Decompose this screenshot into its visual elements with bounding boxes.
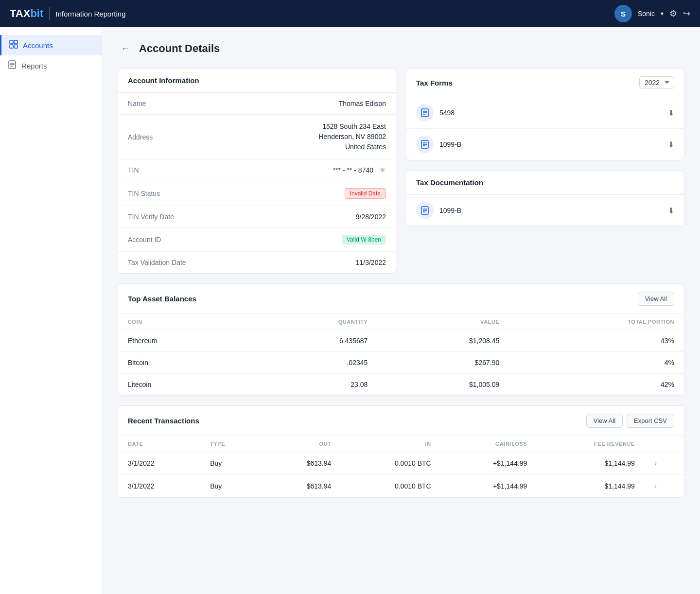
main-content: ← Account Details Account Information Na… (102, 27, 700, 594)
transactions-title: Recent Transactions (128, 417, 199, 425)
name-value: Thomas Edison (339, 100, 386, 107)
trans-date-1: 3/1/2022 (118, 452, 200, 475)
back-button[interactable]: ← (118, 41, 133, 56)
trans-out-2: $613.94 (262, 475, 341, 498)
sidebar: Accounts Reports (0, 27, 102, 594)
download-5498-icon[interactable]: ⬇ (668, 108, 674, 118)
svg-rect-0 (10, 40, 13, 44)
tin-verify-date-row: TIN Verify Date 9/28/2022 (118, 206, 396, 228)
svg-rect-3 (14, 45, 18, 48)
eye-icon[interactable]: 👁 (379, 166, 386, 174)
asset-portion-ethereum: 43% (509, 330, 684, 352)
avatar: S (614, 5, 632, 22)
account-tin-row: TIN *** - ** - 8740 👁 (118, 159, 396, 181)
account-id-row: Account ID Valid W-8ben (118, 228, 396, 252)
page-title: Account Details (139, 42, 220, 55)
tax-forms-header: Tax Forms 2022 2021 2020 (406, 69, 684, 97)
year-select[interactable]: 2022 2021 2020 (639, 76, 674, 89)
asset-balances-table: Coin Quantity Value Total Portion Ethere… (118, 314, 684, 395)
recent-transactions-card: Recent Transactions View All Export CSV … (118, 405, 684, 498)
asset-balances-card: Top Asset Balances View All Coin Quantit… (118, 283, 684, 396)
reports-icon (8, 60, 17, 71)
trans-type-2: Buy (200, 475, 262, 498)
col-coin: Coin (118, 314, 248, 330)
col-value: Value (377, 314, 509, 330)
trans-out-1: $613.94 (262, 452, 341, 475)
nav-divider (49, 7, 50, 20)
page-header: ← Account Details (118, 41, 684, 56)
col-out: Out (262, 436, 341, 452)
nav-title: Information Reporting (55, 10, 125, 18)
asset-row-bitcoin: Bitcoin .02345 $267.90 4% (118, 352, 684, 374)
accounts-icon (9, 40, 18, 51)
tax-documentation-title: Tax Documentation (416, 178, 483, 187)
trans-row-1: 3/1/2022 Buy $613.94 0.0010 BTC +$1,144.… (118, 452, 684, 475)
transactions-table: Date Type Out In Gain/Loss Fee Revenue 3… (118, 436, 684, 497)
trans-in-2: 0.0010 BTC (341, 475, 440, 498)
tin-verify-date-value: 9/28/2022 (356, 213, 386, 221)
trans-chevron-1[interactable]: › (654, 459, 657, 467)
tin-value: *** - ** - 8740 (333, 166, 373, 174)
tin-status-label: TIN Status (128, 190, 160, 197)
asset-portion-bitcoin: 4% (509, 352, 684, 374)
asset-coin-litecoin: Litecoin (118, 374, 248, 396)
tax-form-5498-left: 5498 (416, 104, 455, 122)
col-date: Date (118, 436, 200, 452)
trans-fee-1: $1,144.99 (537, 452, 644, 475)
col-total-portion: Total Portion (509, 314, 684, 330)
download-1099b-doc-icon[interactable]: ⬇ (668, 206, 674, 215)
trans-date-2: 3/1/2022 (118, 475, 200, 498)
col-type: Type (200, 436, 262, 452)
tax-form-1099b-forms-left: 1099-B (416, 136, 461, 153)
account-name-row: Name Thomas Edison (118, 93, 396, 115)
account-address-row: Address 1528 South 234 EastHenderson, NV… (118, 115, 396, 159)
form-5498-name: 5498 (439, 109, 455, 117)
transactions-header: Recent Transactions View All Export CSV (118, 406, 684, 436)
address-label: Address (128, 133, 153, 141)
tax-form-1099b-forms: 1099-B ⬇ (406, 129, 684, 160)
asset-balances-title: Top Asset Balances (128, 295, 196, 303)
sidebar-reports-label: Reports (21, 62, 47, 70)
tax-documentation-card: Tax Documentation (406, 170, 684, 227)
settings-icon[interactable]: ⚙ (669, 8, 677, 19)
sidebar-accounts-label: Accounts (23, 41, 53, 50)
asset-value-ethereum: $1,208.45 (377, 330, 509, 352)
asset-portion-litecoin: 42% (509, 374, 684, 396)
trans-chevron-2[interactable]: › (654, 482, 657, 490)
trans-gain-1: +$1,144.99 (441, 452, 537, 475)
tax-form-5498: 5498 ⬇ (406, 97, 684, 129)
account-id-badge: Valid W-8ben (342, 235, 386, 245)
tax-doc-1099b: 1099-B ⬇ (406, 195, 684, 226)
account-info-card: Account Information Name Thomas Edison A… (118, 68, 396, 274)
trans-row-2: 3/1/2022 Buy $613.94 0.0010 BTC +$1,144.… (118, 475, 684, 498)
cards-row: Account Information Name Thomas Edison A… (118, 68, 684, 274)
asset-row-litecoin: Litecoin 23.08 $1,005.09 42% (118, 374, 684, 396)
svg-rect-1 (14, 40, 18, 44)
doc-icon-1099b-doc (416, 202, 434, 219)
trans-type-1: Buy (200, 452, 262, 475)
top-navigation: TAXbit Information Reporting S Sonic ▾ ⚙… (0, 0, 700, 27)
export-csv-button[interactable]: Export CSV (627, 414, 674, 428)
sidebar-item-accounts[interactable]: Accounts (0, 35, 102, 55)
nav-left: TAXbit Information Reporting (10, 7, 126, 20)
transactions-view-all-button[interactable]: View All (586, 414, 623, 428)
asset-value-litecoin: $1,005.09 (377, 374, 509, 396)
trans-in-1: 0.0010 BTC (341, 452, 440, 475)
logout-icon[interactable]: ↪ (683, 8, 690, 19)
tin-status-badge: Invalid Data (345, 188, 386, 199)
user-menu-chevron-icon[interactable]: ▾ (661, 10, 664, 17)
tax-forms-card: Tax Forms 2022 2021 2020 (406, 68, 684, 160)
form-1099b-forms-name: 1099-B (439, 140, 461, 148)
sidebar-item-reports[interactable]: Reports (0, 55, 102, 76)
tin-value-group: *** - ** - 8740 👁 (333, 166, 386, 174)
asset-table-header-row: Coin Quantity Value Total Portion (118, 314, 684, 330)
download-1099b-forms-icon[interactable]: ⬇ (668, 140, 674, 149)
col-fee-revenue: Fee Revenue (537, 436, 644, 452)
account-info-title: Account Information (128, 76, 199, 85)
logo: TAXbit (10, 7, 43, 20)
asset-view-all-button[interactable]: View All (638, 292, 674, 306)
tax-validation-date-value: 11/3/2022 (356, 259, 386, 266)
tax-forms-title: Tax Forms (416, 79, 453, 87)
logo-tax: TAX (10, 7, 30, 19)
form-1099b-doc-name: 1099-B (439, 207, 461, 214)
